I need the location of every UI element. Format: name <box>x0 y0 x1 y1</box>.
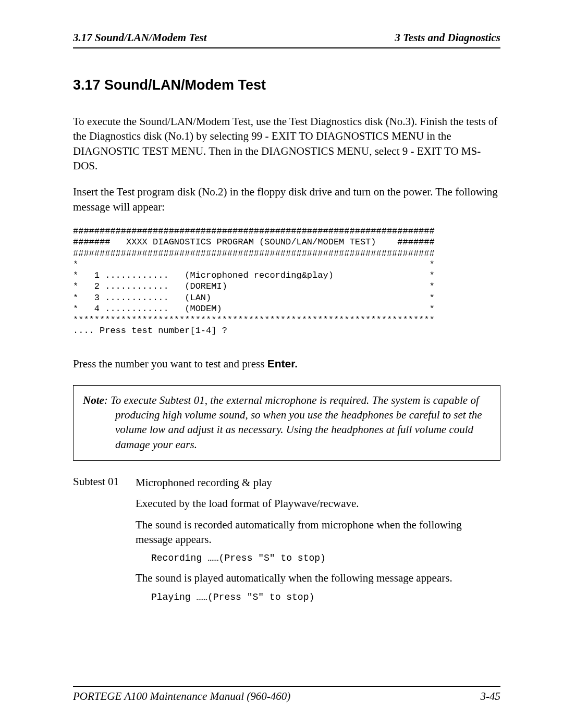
press-text: Press the number you want to test and pr… <box>73 357 267 370</box>
subtest-label: Subtest 01 <box>73 475 136 610</box>
press-instruction: Press the number you want to test and pr… <box>73 357 500 371</box>
para-2: Insert the Test program disk (No.2) in t… <box>73 184 500 214</box>
para-1: To execute the Sound/LAN/Modem Test, use… <box>73 114 500 173</box>
subtest-line-1: Executed by the load format of Playwave/… <box>136 496 500 511</box>
header-right: 3 Tests and Diagnostics <box>395 31 500 44</box>
enter-key-label: Enter. <box>267 357 298 369</box>
subtest-line-2: The sound is recorded automatically from… <box>136 517 500 547</box>
page: 3.17 Sound/LAN/Modem Test 3 Tests and Di… <box>0 0 563 728</box>
subtest-title: Microphoned recording & play <box>136 475 500 490</box>
subtest-01: Subtest 01 Microphoned recording & play … <box>73 475 500 610</box>
subtest-content: Microphoned recording & play Executed by… <box>136 475 500 610</box>
subtest-line-3: The sound is played automatically when t… <box>136 571 500 585</box>
note-label: Note <box>83 394 104 406</box>
header-left: 3.17 Sound/LAN/Modem Test <box>73 31 207 44</box>
footer-left: PORTEGE A100 Maintenance Manual (960-460… <box>73 690 290 703</box>
page-footer: PORTEGE A100 Maintenance Manual (960-460… <box>73 686 500 703</box>
note-box: Note: To execute Subtest 01, the externa… <box>73 385 500 461</box>
section-heading: 3.17 Sound/LAN/Modem Test <box>73 77 500 93</box>
diagnostics-menu-code: ########################################… <box>73 226 500 337</box>
page-header: 3.17 Sound/LAN/Modem Test 3 Tests and Di… <box>73 31 500 48</box>
playing-code: Playing ……(Press "S" to stop) <box>151 592 500 602</box>
note-text: : To execute Subtest 01, the external mi… <box>104 394 482 451</box>
footer-right: 3-45 <box>481 690 501 703</box>
recording-code: Recording ……(Press "S" to stop) <box>151 553 500 563</box>
